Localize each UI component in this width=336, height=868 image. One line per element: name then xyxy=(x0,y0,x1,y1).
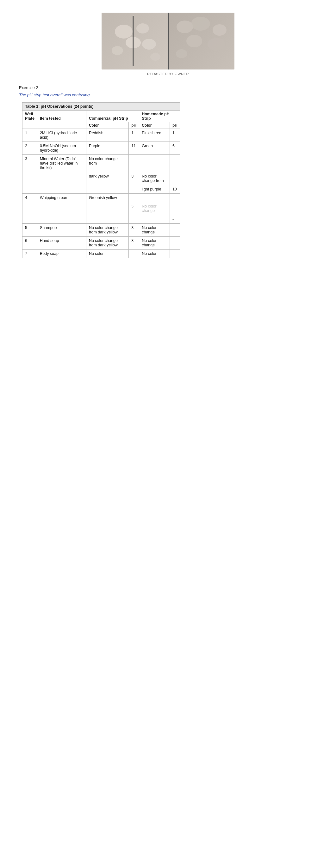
cell-com-color-3c xyxy=(86,185,129,194)
cell-com-color-3b: dark yellow xyxy=(86,172,129,185)
cell-home-color-3b: No color change from xyxy=(139,172,170,185)
svg-point-1 xyxy=(136,23,149,33)
header-item: Item tested xyxy=(37,111,86,122)
cell-com-color-2: Purple xyxy=(86,142,129,155)
cell-well-3c xyxy=(23,185,37,194)
cell-home-ph-1: 1 xyxy=(170,129,180,142)
cell-com-color-7: No color xyxy=(86,250,129,258)
cell-com-color-1: Reddish xyxy=(86,129,129,142)
cell-item-3c xyxy=(37,185,86,194)
cell-well-4: 4 xyxy=(23,194,37,202)
svg-point-9 xyxy=(213,24,227,36)
cell-well-2: 2 xyxy=(23,142,37,155)
svg-point-5 xyxy=(150,53,160,61)
header-homemade: Homemade pH Strip xyxy=(139,111,180,122)
cell-com-ph-2: 11 xyxy=(129,142,139,155)
cell-com-color-5: No color change from dark yellow xyxy=(86,224,129,237)
cell-well-5: 5 xyxy=(23,224,37,237)
cell-com-color-4b xyxy=(86,202,129,215)
svg-point-12 xyxy=(176,49,187,58)
cell-home-ph-3b xyxy=(170,172,180,185)
header-group-row: Well Plate Item tested Commercial pH Str… xyxy=(23,111,180,122)
cell-home-color-7: No color xyxy=(139,250,170,258)
cell-well-4c xyxy=(23,215,37,224)
cell-home-ph-6 xyxy=(170,237,180,250)
subheader-home-color: Color xyxy=(139,122,170,129)
cell-com-ph-4 xyxy=(129,194,139,202)
cell-com-ph-7 xyxy=(129,250,139,258)
cell-item-4b xyxy=(37,202,86,215)
cell-com-ph-5: 3 xyxy=(129,224,139,237)
cell-home-color-3c: light purple xyxy=(139,185,170,194)
cell-home-color-6: No color change xyxy=(139,237,170,250)
cell-home-ph-7 xyxy=(170,250,180,258)
cell-well-3b xyxy=(23,172,37,185)
image-caption: REDACTED BY OWNER xyxy=(147,72,189,76)
cell-home-ph-4 xyxy=(170,194,180,202)
table-row: 3 Mineral Water (Didn't have distilled w… xyxy=(23,155,180,172)
subheader-com-ph: pH xyxy=(129,122,139,129)
cell-well-6: 6 xyxy=(23,237,37,250)
cell-com-color-4c xyxy=(86,215,129,224)
header-commercial: Commercial pH Strip xyxy=(86,111,139,122)
subheader-home-ph: pH xyxy=(170,122,180,129)
image-section: REDACTED BY OWNER xyxy=(19,12,317,76)
cell-home-ph-3a xyxy=(170,155,180,172)
cell-home-color-2: Green xyxy=(139,142,170,155)
cell-home-ph-4b xyxy=(170,202,180,215)
image-left-panel xyxy=(102,12,168,69)
cell-home-ph-4c: - xyxy=(170,215,180,224)
svg-point-4 xyxy=(142,39,156,50)
cell-home-color-4b: No color change xyxy=(139,202,170,215)
table-row: 5 Shampoo No color change from dark yell… xyxy=(23,224,180,237)
observations-table-container: Table 1: pH Observations (24 points) Wel… xyxy=(22,102,180,258)
cell-com-ph-6: 3 xyxy=(129,237,139,250)
cell-com-ph-1: 1 xyxy=(129,129,139,142)
cell-item-5: Shampoo xyxy=(37,224,86,237)
cell-item-3: Mineral Water (Didn't have distilled wat… xyxy=(37,155,86,172)
cell-home-ph-5: - xyxy=(170,224,180,237)
svg-point-7 xyxy=(176,21,193,33)
cell-well-3: 3 xyxy=(23,155,37,172)
table-row: 7 Body soap No color No color xyxy=(23,250,180,258)
svg-point-11 xyxy=(207,38,225,51)
cell-com-color-3a: No color change from xyxy=(86,155,129,172)
cell-well-7: 7 xyxy=(23,250,37,258)
cell-com-ph-3a xyxy=(129,155,139,172)
table-row: light purple 10 xyxy=(23,185,180,194)
header-well: Well Plate xyxy=(23,111,37,122)
cell-home-color-4c xyxy=(139,215,170,224)
svg-point-0 xyxy=(115,25,133,38)
svg-point-8 xyxy=(191,17,210,31)
table-title: Table 1: pH Observations (24 points) xyxy=(23,103,180,111)
exercise-subtitle: The pH strip test overall was confusing xyxy=(19,93,317,97)
cell-home-color-3a xyxy=(139,155,170,172)
cell-item-7: Body soap xyxy=(37,250,86,258)
cell-home-color-5: No color change xyxy=(139,224,170,237)
cell-item-2: 0.5M NaOH (sodium hydroxide) xyxy=(37,142,86,155)
cell-com-ph-4c xyxy=(129,215,139,224)
image-right-panel xyxy=(168,12,234,69)
cell-home-color-1: Pinkish red xyxy=(139,129,170,142)
cell-well-1: 1 xyxy=(23,129,37,142)
table-row: - xyxy=(23,215,180,224)
cell-com-color-6: No color change from dark yellow xyxy=(86,237,129,250)
table-title-row: Table 1: pH Observations (24 points) xyxy=(23,103,180,111)
cell-well-4b xyxy=(23,202,37,215)
cell-item-6: Hand soap xyxy=(37,237,86,250)
subheader-item-empty xyxy=(37,122,86,129)
cell-item-4c xyxy=(37,215,86,224)
subheader-com-color: Color xyxy=(86,122,129,129)
cell-item-4: Whipping cream xyxy=(37,194,86,202)
cell-item-3b xyxy=(37,172,86,185)
cell-com-ph-4b: 5 xyxy=(129,202,139,215)
svg-point-3 xyxy=(112,46,123,55)
table-row: dark yellow 3 No color change from xyxy=(23,172,180,185)
cell-com-ph-3b: 3 xyxy=(129,172,139,185)
observations-table: Table 1: pH Observations (24 points) Wel… xyxy=(22,102,180,258)
table-row: 5 No color change xyxy=(23,202,180,215)
exercise-label: Exercise 2 xyxy=(19,85,317,90)
table-row: 1 2M HCl (hydrochloric acid) Reddish 1 P… xyxy=(23,129,180,142)
cell-com-color-4: Greenish yellow xyxy=(86,194,129,202)
table-row: 2 0.5M NaOH (sodium hydroxide) Purple 11… xyxy=(23,142,180,155)
